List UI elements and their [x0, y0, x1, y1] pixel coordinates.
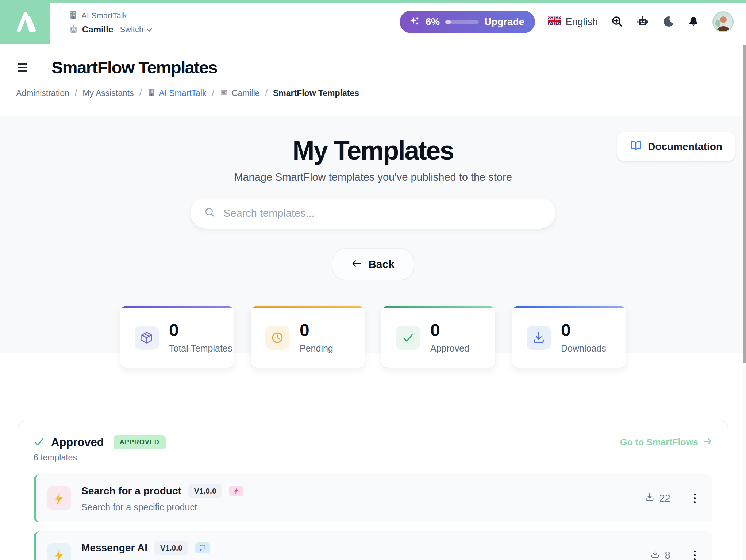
upgrade-percent: 6% [426, 16, 440, 28]
assistant-name: Camille [82, 24, 113, 35]
stat-accent-bar [512, 306, 626, 308]
search-input[interactable] [223, 207, 542, 219]
search-icon [204, 207, 215, 219]
upgrade-progress-fill [445, 20, 451, 24]
arrow-left-icon [351, 258, 362, 271]
breadcrumb-separator: / [212, 88, 214, 98]
magnifier-plus-icon [611, 15, 623, 29]
stats-row: 0 Total Templates 0 Pending [0, 306, 746, 368]
breadcrumb-my-assistants[interactable]: My Assistants [82, 88, 134, 98]
approved-section-title: Approved [51, 436, 104, 449]
building-icon [69, 10, 78, 22]
template-row[interactable]: Search for a product V1.0.0 Search for a… [34, 474, 712, 522]
breadcrumb-assistant[interactable]: Camille [220, 88, 260, 99]
go-to-smartflows-label: Go to SmartFlows [620, 437, 698, 448]
stat-card-pending: 0 Pending [251, 306, 365, 368]
template-description: Search for a specific product [81, 502, 243, 513]
uk-flag-icon [548, 16, 561, 28]
back-label: Back [368, 258, 395, 271]
go-to-smartflows-link[interactable]: Go to SmartFlows [620, 437, 712, 448]
download-icon [527, 326, 551, 350]
lightning-icon [47, 486, 71, 510]
switch-assistant-button[interactable]: Switch [120, 25, 152, 34]
stat-accent-bar [381, 306, 495, 308]
stat-label: Approved [430, 343, 469, 354]
upgrade-progress-bar [445, 20, 479, 24]
lightning-icon [47, 543, 71, 560]
stat-label: Pending [300, 343, 333, 354]
template-name: Search for a product [81, 485, 181, 497]
zoom-search-button[interactable] [611, 15, 623, 29]
version-badge: V1.0.0 [188, 484, 222, 498]
approved-section: Approved APPROVED Go to SmartFlows 6 tem… [18, 421, 728, 560]
building-icon [147, 88, 155, 99]
sparkles-icon [409, 16, 420, 28]
stat-value: 0 [430, 322, 469, 339]
stat-card-total-templates: 0 Total Templates [120, 306, 234, 368]
stat-value: 0 [561, 322, 606, 339]
language-label: English [565, 16, 598, 28]
vertical-scrollbar[interactable] [743, 44, 746, 560]
stat-label: Downloads [561, 343, 606, 354]
chat-bubble-tag-icon [195, 542, 210, 553]
row-menu-button[interactable] [692, 491, 698, 506]
workspace-row: AI SmartTalk [69, 10, 152, 22]
stat-accent-bar [251, 306, 365, 308]
robot-avatar-icon [69, 24, 78, 35]
smartflow-templates-page: AI SmartTalk Camille Switch [0, 0, 746, 560]
download-count-value: 8 [665, 550, 670, 560]
arrow-right-icon [703, 437, 712, 448]
title-bar: SmartFlow Templates [0, 44, 746, 77]
template-list: Search for a product V1.0.0 Search for a… [34, 474, 712, 560]
book-icon [630, 140, 642, 153]
robot-icon [637, 15, 649, 29]
menu-hamburger-button[interactable] [16, 62, 29, 73]
template-row[interactable]: Messenger AI V1.0.0 AI request messenger [34, 531, 712, 560]
breadcrumb-administration[interactable]: Administration [16, 88, 69, 98]
approved-status-badge: APPROVED [114, 435, 166, 449]
assistant-row: Camille Switch [69, 24, 152, 35]
lightning-tag-icon [229, 486, 243, 496]
language-selector[interactable]: English [548, 16, 598, 28]
notifications-button[interactable] [688, 16, 699, 28]
stat-value: 0 [169, 322, 232, 339]
breadcrumb-workspace[interactable]: AI SmartTalk [147, 88, 206, 99]
breadcrumb-separator: / [139, 88, 142, 98]
stat-label: Total Templates [169, 343, 232, 354]
upgrade-button[interactable]: 6% Upgrade [400, 11, 535, 33]
page-title: SmartFlow Templates [51, 57, 217, 77]
check-icon [396, 326, 420, 350]
moon-icon [662, 15, 674, 29]
template-count: 6 templates [34, 453, 712, 463]
package-icon [135, 326, 159, 350]
assistant-bot-button[interactable] [637, 15, 649, 29]
stat-card-downloads: 0 Downloads [512, 306, 626, 368]
chevron-down-icon [146, 25, 152, 34]
dark-mode-button[interactable] [662, 15, 674, 29]
user-avatar[interactable] [712, 11, 734, 32]
documentation-label: Documentation [648, 141, 722, 153]
app-logo[interactable] [0, 0, 50, 44]
header-actions: 6% Upgrade English [400, 11, 734, 33]
row-menu-button[interactable] [692, 548, 698, 560]
lambda-logo-icon [9, 5, 41, 39]
download-icon [650, 549, 660, 560]
switch-label: Switch [120, 25, 143, 34]
hero-section: Documentation My Templates Manage SmartF… [0, 116, 746, 353]
hero-subtitle: Manage SmartFlow templates you've publis… [0, 171, 746, 183]
scrollbar-thumb[interactable] [743, 45, 746, 363]
stat-accent-bar [120, 306, 234, 308]
breadcrumb-current: SmartFlow Templates [273, 88, 359, 98]
breadcrumb-separator: / [265, 88, 268, 98]
download-count: 8 [650, 549, 670, 560]
brand-top-strip [0, 0, 746, 3]
clock-icon [265, 326, 289, 350]
documentation-button[interactable]: Documentation [617, 132, 735, 161]
download-count-value: 22 [659, 493, 670, 504]
stat-card-approved: 0 Approved [381, 306, 495, 368]
template-search [191, 198, 555, 229]
breadcrumb: Administration / My Assistants / AI Smar… [0, 77, 746, 116]
back-button[interactable]: Back [332, 248, 414, 280]
bell-icon [688, 16, 699, 28]
download-count: 22 [645, 492, 670, 505]
